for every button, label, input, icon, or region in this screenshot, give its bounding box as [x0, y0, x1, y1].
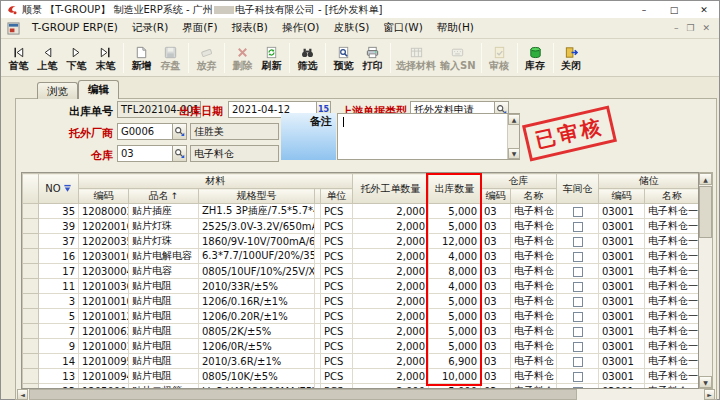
table-row[interactable]: 312010010贴片电阻1206/0.16R/±1%PCS2,0005,000…	[23, 294, 700, 309]
cell-name[interactable]: 贴片电阻	[129, 324, 199, 339]
spec-header[interactable]: 规格型号	[199, 189, 315, 204]
cell-unit[interactable]: PCS	[321, 249, 353, 264]
table-row[interactable]: 1412010095贴片电阻2010/3.6R/±1%PCS2,0006,900…	[23, 354, 700, 369]
cell-code[interactable]: 12010036	[79, 279, 129, 294]
issue-qty-header[interactable]: 出库数量	[429, 174, 481, 204]
cell-code[interactable]: 12030004	[79, 264, 129, 279]
workshop-checkbox[interactable]	[573, 267, 583, 277]
cell-loc-code[interactable]: 03001	[599, 354, 645, 369]
scroll-up-icon[interactable]: ▲	[508, 114, 520, 125]
cell-wh-code[interactable]: 03	[481, 294, 511, 309]
cell-wh-code[interactable]: 03	[481, 339, 511, 354]
cell-wh-name[interactable]: 电子料仓	[511, 339, 557, 354]
row-selector[interactable]	[23, 294, 39, 309]
cell-name[interactable]: 贴片电容	[129, 264, 199, 279]
workshop-checkbox[interactable]	[573, 372, 583, 382]
mdi-minimize-button[interactable]: –	[674, 23, 679, 33]
tab-browse[interactable]: 浏览	[37, 82, 78, 99]
cell-work-order-qty[interactable]: 2,000	[353, 324, 429, 339]
grid-vertical-scrollbar[interactable]: ▲ ▼	[699, 172, 713, 389]
cell-loc-code[interactable]: 03001	[599, 249, 645, 264]
prev-record-button[interactable]: 上笔	[33, 40, 62, 75]
cell-loc-code[interactable]: 03001	[599, 204, 645, 219]
code-header[interactable]: 编码	[79, 189, 129, 204]
loc-name-header[interactable]: 名称	[645, 189, 700, 204]
cell-work-order-qty[interactable]: 2,000	[353, 234, 429, 249]
cell-loc-name[interactable]: 电子料仓一储	[645, 204, 700, 219]
cell-issue-qty[interactable]: 10,000	[429, 369, 481, 384]
filter-button[interactable]: 筛选	[293, 40, 322, 75]
workshop-checkbox[interactable]	[573, 252, 583, 262]
cell-no[interactable]: 9	[39, 339, 79, 354]
cell-loc-name[interactable]: 电子料仓一储	[645, 264, 700, 279]
cell-wh-code[interactable]: 03	[481, 234, 511, 249]
menu-item-2[interactable]: 界面(F)	[175, 19, 224, 37]
new-button[interactable]: 新增	[127, 40, 156, 75]
first-record-button[interactable]: 首笔	[4, 40, 33, 75]
mdi-restore-button[interactable]: ❐	[686, 23, 694, 33]
unit-header[interactable]: 单位	[321, 189, 353, 204]
cell-loc-name[interactable]: 电子料仓一储	[645, 219, 700, 234]
cell-wh-name[interactable]: 电子料仓	[511, 294, 557, 309]
cell-workshop-wh[interactable]	[557, 249, 599, 264]
cell-name[interactable]: 贴片电阻	[129, 279, 199, 294]
cell-work-order-qty[interactable]: 2,000	[353, 294, 429, 309]
cell-spec[interactable]: 0805/2K/±5%	[199, 324, 315, 339]
cell-wh-name[interactable]: 电子料仓	[511, 249, 557, 264]
cell-wh-code[interactable]: 03	[481, 324, 511, 339]
table-row[interactable]: 712010063贴片电阻0805/2K/±5%PCS2,0005,00003电…	[23, 324, 700, 339]
menu-item-0[interactable]: T-GROUP ERP(E)	[25, 19, 125, 37]
cell-workshop-wh[interactable]	[557, 204, 599, 219]
row-selector[interactable]	[23, 264, 39, 279]
cell-code[interactable]: 12010012	[79, 309, 129, 324]
maximize-button[interactable]: □	[659, 1, 689, 18]
cell-unit[interactable]: PCS	[321, 204, 353, 219]
grid-horizontal-scrollbar[interactable]: ◄ ►	[17, 389, 715, 400]
row-selector[interactable]	[23, 309, 39, 324]
cell-wh-name[interactable]: 电子料仓	[511, 219, 557, 234]
cell-workshop-wh[interactable]	[557, 369, 599, 384]
cell-wh-code[interactable]: 03	[481, 279, 511, 294]
cell-no[interactable]: 7	[39, 324, 79, 339]
table-row[interactable]: 1712030004贴片电容0805/10UF/10%/25V/X5R/85℃P…	[23, 264, 700, 279]
cell-code[interactable]: 12010095	[79, 354, 129, 369]
cell-loc-name[interactable]: 电子料仓一储	[645, 339, 700, 354]
row-selector[interactable]	[23, 234, 39, 249]
cell-loc-name[interactable]: 电子料仓一储	[645, 294, 700, 309]
cell-unit[interactable]: PCS	[321, 339, 353, 354]
row-selector[interactable]	[23, 249, 39, 264]
scroll-left-icon[interactable]: ◄	[17, 389, 28, 400]
cell-no[interactable]: 5	[39, 309, 79, 324]
cell-workshop-wh[interactable]	[557, 324, 599, 339]
cell-unit[interactable]: PCS	[321, 324, 353, 339]
tab-edit[interactable]: 编辑	[78, 80, 119, 99]
table-row[interactable]: 1612030010贴片电解电容6.3*7.7/100UF/20%/35V/电解…	[23, 249, 700, 264]
cell-unit[interactable]: PCS	[321, 264, 353, 279]
cell-issue-qty[interactable]: 4,000	[429, 279, 481, 294]
workshop-checkbox[interactable]	[573, 342, 583, 352]
cell-workshop-wh[interactable]	[557, 234, 599, 249]
cell-loc-code[interactable]: 03001	[599, 324, 645, 339]
cell-code[interactable]: 12020016	[79, 219, 129, 234]
cell-wh-code[interactable]: 03	[481, 309, 511, 324]
menu-item-7[interactable]: 帮助(H)	[430, 19, 481, 37]
cell-issue-qty[interactable]: 5,000	[429, 294, 481, 309]
cell-loc-code[interactable]: 03001	[599, 339, 645, 354]
cell-work-order-qty[interactable]: 2,000	[353, 354, 429, 369]
cell-work-order-qty[interactable]: 2,000	[353, 369, 429, 384]
cell-loc-code[interactable]: 03001	[599, 294, 645, 309]
cell-loc-code[interactable]: 03001	[599, 264, 645, 279]
cell-wh-name[interactable]: 电子料仓	[511, 234, 557, 249]
cell-work-order-qty[interactable]: 2,000	[353, 264, 429, 279]
lookup-icon[interactable]	[172, 124, 186, 139]
scroll-down-icon[interactable]: ▼	[699, 376, 712, 388]
no-header[interactable]: NO	[39, 174, 79, 204]
cell-unit[interactable]: PCS	[321, 309, 353, 324]
cell-no[interactable]: 11	[39, 279, 79, 294]
cell-no[interactable]: 13	[39, 369, 79, 384]
cell-no[interactable]: 3	[39, 294, 79, 309]
table-row[interactable]: 1112010036贴片电阻2010/33R/±5%PCS2,0004,0000…	[23, 279, 700, 294]
cell-loc-name[interactable]: 电子料仓一储	[645, 234, 700, 249]
scrollbar-thumb[interactable]	[699, 186, 712, 238]
cell-issue-qty[interactable]: 8,000	[429, 264, 481, 279]
